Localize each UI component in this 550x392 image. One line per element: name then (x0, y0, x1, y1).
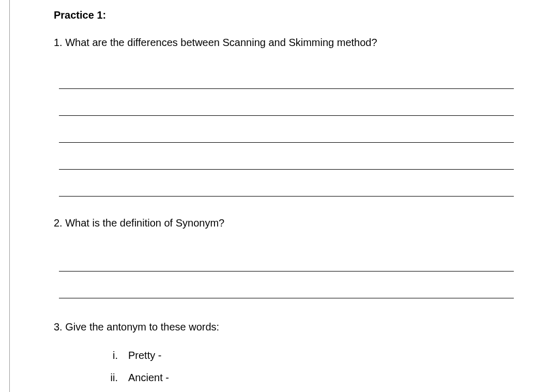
page-left-border (9, 0, 10, 392)
question-3-text: 3. Give the antonym to these words: (54, 321, 514, 333)
practice-heading: Practice 1: (54, 9, 514, 21)
list-item: ii. Ancient - (100, 370, 514, 386)
list-item: i. Pretty - (100, 348, 514, 364)
question-2: 2. What is the definition of Synonym? (54, 217, 514, 298)
answer-line (59, 251, 514, 272)
answer-line (59, 68, 514, 89)
antonym-word: Pretty - (128, 348, 514, 364)
question-1-answer-lines (54, 68, 514, 197)
answer-line (59, 95, 514, 116)
roman-numeral: i. (100, 348, 128, 364)
antonym-word: Ancient - (128, 370, 514, 386)
roman-numeral: ii. (100, 370, 128, 386)
answer-line (59, 278, 514, 298)
question-3: 3. Give the antonym to these words: i. P… (54, 321, 514, 392)
document-content: Practice 1: 1. What are the differences … (0, 0, 550, 392)
answer-line (59, 122, 514, 143)
question-2-text: 2. What is the definition of Synonym? (54, 217, 514, 229)
antonym-list: i. Pretty - ii. Ancient - iii. Easy - iv… (54, 348, 514, 392)
question-2-answer-lines (54, 251, 514, 298)
question-1: 1. What are the differences between Scan… (54, 37, 514, 197)
question-1-text: 1. What are the differences between Scan… (54, 37, 514, 49)
answer-line (59, 176, 514, 197)
answer-line (59, 149, 514, 170)
